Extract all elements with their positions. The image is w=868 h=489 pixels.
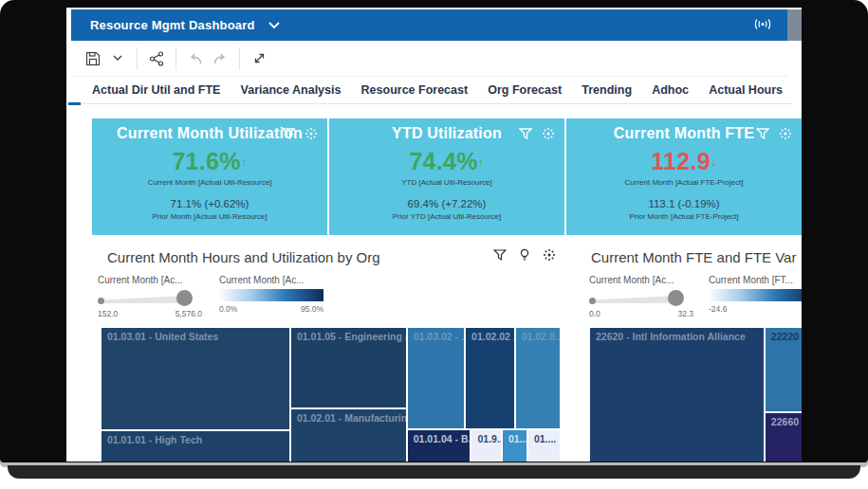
broadcast-icon[interactable]	[753, 17, 772, 34]
kpi-card-current-month-fte[interactable]: Current Month FTE 112.9↓	[566, 118, 802, 235]
treemap-hours-by-org: 01.03.01 - United States 01.01.01 - High…	[102, 328, 560, 462]
trend-up-icon: ↑	[478, 154, 485, 169]
app-title-bar: Resource Mgmt Dashboard	[71, 9, 787, 41]
treemap-cell[interactable]: 22220 -	[766, 328, 802, 411]
treemap-cell[interactable]: 22660 -	[766, 413, 802, 462]
app-title[interactable]: Resource Mgmt Dashboard	[90, 18, 255, 32]
size-legend-label: Current Month [Ac...	[589, 275, 693, 285]
filter-icon[interactable]	[493, 248, 507, 265]
treemap-cell[interactable]: 01.02.0...	[516, 328, 560, 428]
exploration-menu-icon[interactable]	[542, 127, 555, 144]
tab-org-forecast[interactable]: Org Forecast	[488, 83, 562, 97]
trend-down-icon: ↓	[711, 154, 717, 169]
color-legend-min: -24.6	[709, 304, 727, 314]
kpi-secondary-value: 69.4% (+7.22%)	[408, 198, 487, 209]
tab-variance-analysis[interactable]: Variance Analysis	[241, 83, 342, 97]
kpi-secondary-value: 71.1% (+0.62%)	[171, 198, 249, 209]
kpi-secondary-label: Prior Month [Actual Util-Resource]	[153, 212, 268, 221]
color-legend-label: Current Month [FT...	[709, 275, 802, 285]
treemap-fte-var: 22620 - Intl Information Alliance 22220 …	[590, 328, 802, 462]
toolbar-divider	[239, 47, 240, 70]
kpi-secondary-value: 113.1 (-0.19%)	[648, 198, 719, 209]
treemap-cell[interactable]: 01.9...	[471, 430, 500, 462]
treemap-cell[interactable]: 01.03.01 - United States	[102, 328, 289, 429]
exploration-menu-icon[interactable]	[779, 127, 792, 144]
kpi-row: Current Month Utilization 71.6%↑	[92, 118, 802, 235]
size-legend-min: 0.0	[589, 309, 600, 318]
size-legend-max: 5,576.0	[175, 309, 202, 318]
treemap-cell[interactable]: 01.02.01 - Manufacturing	[291, 409, 406, 462]
color-legend-min: 0.0%	[219, 304, 237, 314]
kpi-value: 71.6%↑	[172, 148, 247, 175]
exploration-menu-icon[interactable]	[305, 127, 318, 144]
share-button[interactable]	[144, 46, 169, 71]
vertical-scrollbar-thumb[interactable]	[787, 9, 802, 41]
color-legend-label: Current Month [Ac...	[219, 275, 325, 285]
tab-trending[interactable]: Trending	[582, 83, 632, 97]
kpi-card-ytd-utilization[interactable]: YTD Utilization 74.4%↑	[329, 118, 564, 235]
size-legend-min: 152.0	[98, 309, 118, 318]
kpi-primary-label: Current Month [Actual FTE-Project]	[625, 178, 744, 187]
kpi-primary-label: YTD [Actual Util-Resource]	[401, 178, 492, 187]
redo-button[interactable]	[208, 46, 232, 71]
filter-icon[interactable]	[282, 127, 295, 144]
app-window: Resource Mgmt Dashboard	[66, 8, 802, 462]
treemap-cell[interactable]: 01.01.05 - Engineering & P...	[291, 328, 406, 408]
tab-scroll-indicator	[68, 102, 81, 105]
undo-button[interactable]	[183, 46, 208, 71]
chart-title: Current Month FTE and FTE Var by T	[591, 249, 798, 265]
tab-resource-forecast[interactable]: Resource Forecast	[361, 83, 469, 97]
laptop-base	[8, 465, 860, 479]
treemap-cell[interactable]: 01.01.04 - B...	[408, 430, 471, 462]
save-button[interactable]	[81, 46, 105, 71]
trend-up-icon: ↑	[241, 154, 248, 169]
laptop-screen-bezel: Resource Mgmt Dashboard	[0, 0, 868, 462]
tab-bar: Actual Dir Util and FTE Variance Analysi…	[71, 77, 792, 104]
size-legend-label: Current Month [Ac...	[98, 275, 204, 285]
expand-button[interactable]	[247, 46, 271, 71]
tab-actual-hours[interactable]: Actual Hours	[709, 83, 783, 97]
kpi-value: 74.4%↑	[409, 148, 484, 175]
kpi-title: Current Month Utilization	[117, 125, 303, 142]
chevron-down-icon[interactable]	[268, 22, 280, 29]
size-legend-scale	[589, 289, 684, 306]
kpi-secondary-label: Prior YTD [Actual Util-Resource]	[393, 212, 502, 221]
color-legend-gradient	[709, 289, 802, 301]
save-menu-chevron-icon[interactable]	[105, 46, 130, 71]
treemap-cell[interactable]: 01.03.02 - ...	[408, 328, 464, 428]
color-legend-max: 95.0%	[301, 304, 323, 314]
kpi-value: 112.9↓	[651, 148, 717, 175]
kpi-title: Current Month FTE	[614, 125, 754, 142]
treemap-cell[interactable]: 01.02.02 ...	[466, 328, 514, 428]
toolbar-divider	[137, 47, 138, 70]
chart-fte-and-fte-var: Current Month FTE and FTE Var by T Curre…	[583, 244, 802, 462]
size-legend: Current Month [Ac... 0.0 32.3	[589, 275, 693, 320]
color-legend: Current Month [FT... -24.6 8.6	[709, 275, 802, 320]
filter-icon[interactable]	[519, 127, 532, 144]
tab-actual-dir-util-and-fte[interactable]: Actual Dir Util and FTE	[92, 83, 220, 97]
insights-lightbulb-icon[interactable]	[519, 248, 530, 265]
treemap-cell[interactable]: 01.01.01 - High Tech	[102, 431, 289, 462]
kpi-secondary-label: Prior Month [Actual FTE-Project]	[629, 212, 738, 221]
treemap-cell[interactable]: 01....	[528, 430, 560, 462]
size-legend-scale	[98, 289, 193, 306]
chart-title: Current Month Hours and Utilization by O…	[107, 249, 380, 265]
kpi-primary-label: Current Month [Actual Util-Resource]	[148, 178, 272, 187]
color-legend: Current Month [Ac... 0.0% 95.0%	[219, 275, 325, 320]
exploration-menu-icon[interactable]	[543, 248, 556, 265]
laptop-mockup: Resource Mgmt Dashboard	[0, 0, 868, 489]
kpi-card-current-month-utilization[interactable]: Current Month Utilization 71.6%↑	[92, 118, 327, 235]
kpi-title: YTD Utilization	[392, 125, 502, 142]
legend-row: Current Month [Ac... 152.0 5,576.0 Curre…	[98, 275, 560, 320]
legend-row: Current Month [Ac... 0.0 32.3 Current Mo…	[589, 275, 802, 320]
chart-hours-utilization-by-org: Current Month Hours and Utilization by O…	[92, 244, 560, 462]
charts-row: Current Month Hours and Utilization by O…	[92, 244, 802, 462]
filter-icon[interactable]	[756, 127, 769, 144]
treemap-cell[interactable]: 01....	[503, 430, 526, 462]
tab-adhoc[interactable]: Adhoc	[652, 83, 689, 97]
toolbar-divider	[175, 47, 176, 70]
size-legend-max: 32.3	[677, 309, 693, 318]
treemap-cell[interactable]: 22620 - Intl Information Alliance	[590, 328, 764, 462]
size-legend: Current Month [Ac... 152.0 5,576.0	[98, 275, 204, 320]
toolbar	[71, 41, 787, 77]
